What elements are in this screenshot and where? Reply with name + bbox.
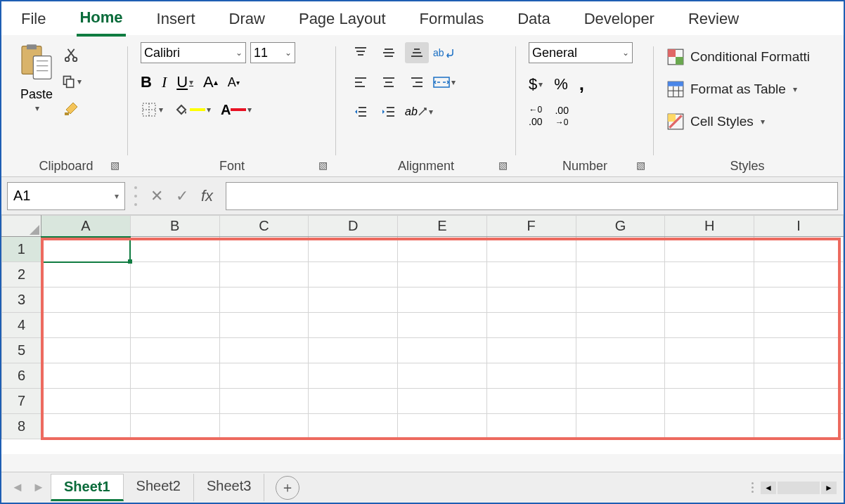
grow-font-button[interactable]: A▴ [203, 73, 218, 91]
increase-indent-button[interactable] [377, 101, 401, 122]
row-header-2[interactable]: 2 [2, 262, 41, 287]
cell-G4[interactable] [576, 313, 665, 338]
cell-E8[interactable] [398, 414, 487, 439]
insert-function-button[interactable]: fx [201, 187, 213, 205]
cell-I6[interactable] [754, 363, 844, 389]
column-header-D[interactable]: D [309, 216, 398, 237]
column-header-E[interactable]: E [398, 216, 487, 237]
font-color-button[interactable]: A▾ [221, 102, 252, 118]
horizontal-scrollbar[interactable]: ◄ ► [752, 482, 837, 494]
cell-H7[interactable] [665, 389, 754, 414]
cell-I8[interactable] [754, 414, 844, 439]
shrink-font-button[interactable]: A▾ [228, 75, 240, 90]
cell-A7[interactable] [41, 389, 131, 414]
cell-I4[interactable] [754, 313, 844, 338]
percent-format-button[interactable]: % [554, 75, 568, 93]
cell-C8[interactable] [219, 414, 309, 439]
number-launcher-icon[interactable]: ▧ [636, 160, 645, 171]
increase-decimal-button[interactable]: ←0.00 [529, 105, 542, 127]
cell-B6[interactable] [130, 363, 219, 389]
align-center-button[interactable] [377, 72, 401, 93]
clipboard-launcher-icon[interactable]: ▧ [110, 160, 120, 171]
paste-split-button[interactable]: Paste ▾ [17, 42, 56, 113]
column-header-G[interactable]: G [576, 216, 665, 237]
sheet-tab-sheet2[interactable]: Sheet2 [124, 474, 194, 501]
scroll-track[interactable] [778, 482, 820, 494]
cell-F6[interactable] [486, 363, 576, 389]
cell-D5[interactable] [309, 338, 398, 363]
cell-B3[interactable] [130, 287, 219, 313]
cut-button[interactable] [62, 45, 82, 65]
sheet-tab-sheet3[interactable]: Sheet3 [194, 474, 264, 501]
name-box[interactable]: A1 ▾ [7, 182, 125, 210]
cell-C6[interactable] [219, 363, 309, 389]
cell-C7[interactable] [219, 389, 309, 414]
cell-I1[interactable] [754, 237, 844, 262]
cell-D3[interactable] [309, 287, 398, 313]
cell-I7[interactable] [754, 389, 844, 414]
cell-I5[interactable] [754, 338, 844, 363]
row-header-8[interactable]: 8 [2, 414, 41, 439]
cell-G5[interactable] [576, 338, 665, 363]
alignment-launcher-icon[interactable]: ▧ [498, 160, 508, 171]
align-bottom-button[interactable] [405, 42, 429, 63]
cell-H4[interactable] [665, 313, 754, 338]
cell-H3[interactable] [665, 287, 754, 313]
cell-G3[interactable] [576, 287, 665, 313]
cell-B2[interactable] [130, 262, 219, 287]
cell-F8[interactable] [486, 414, 576, 439]
cell-D7[interactable] [309, 389, 398, 414]
cell-I3[interactable] [754, 287, 844, 313]
column-header-F[interactable]: F [486, 216, 576, 237]
cell-B1[interactable] [130, 237, 219, 262]
cell-F3[interactable] [486, 287, 576, 313]
format-as-table-button[interactable]: Format as Table▾ [666, 77, 797, 101]
font-name-select[interactable]: Calibri⌄ [141, 42, 246, 63]
comma-format-button[interactable]: , [579, 73, 584, 95]
cell-H2[interactable] [665, 262, 754, 287]
cell-C3[interactable] [219, 287, 309, 313]
select-all-corner[interactable] [2, 216, 41, 237]
underline-button[interactable]: U▾ [176, 73, 193, 91]
cell-C1[interactable] [219, 237, 309, 262]
tab-insert[interactable]: Insert [154, 8, 198, 35]
tab-formulas[interactable]: Formulas [417, 8, 487, 35]
cell-E4[interactable] [398, 313, 487, 338]
wrap-text-button[interactable]: ab [433, 42, 456, 63]
row-header-4[interactable]: 4 [2, 313, 41, 338]
sheet-nav-prev[interactable]: ◄ [8, 479, 27, 497]
cell-F2[interactable] [486, 262, 576, 287]
cell-B7[interactable] [130, 389, 219, 414]
cancel-formula-button[interactable]: ✕ [150, 187, 163, 205]
cell-I2[interactable] [754, 262, 844, 287]
align-middle-button[interactable] [377, 42, 401, 63]
row-header-7[interactable]: 7 [2, 389, 41, 414]
cell-H1[interactable] [665, 237, 754, 262]
bold-button[interactable]: B [141, 73, 152, 91]
tab-developer[interactable]: Developer [581, 8, 657, 35]
column-header-H[interactable]: H [665, 216, 754, 237]
cell-B5[interactable] [130, 338, 219, 363]
tab-review[interactable]: Review [685, 8, 742, 35]
column-header-B[interactable]: B [130, 216, 219, 237]
number-format-select[interactable]: General⌄ [529, 42, 633, 63]
cell-A5[interactable] [41, 338, 131, 363]
enter-formula-button[interactable]: ✓ [176, 187, 188, 205]
cell-A6[interactable] [41, 363, 131, 389]
cell-D2[interactable] [309, 262, 398, 287]
conditional-formatting-button[interactable]: Conditional Formatti [666, 45, 810, 69]
scroll-right-button[interactable]: ► [821, 482, 837, 494]
cell-G8[interactable] [576, 414, 665, 439]
tab-data[interactable]: Data [515, 8, 553, 35]
tab-draw[interactable]: Draw [226, 8, 268, 35]
cell-F7[interactable] [486, 389, 576, 414]
sheet-tab-sheet1[interactable]: Sheet1 [51, 474, 124, 501]
cell-A2[interactable] [41, 262, 131, 287]
cell-F5[interactable] [486, 338, 576, 363]
cell-A4[interactable] [41, 313, 131, 338]
add-sheet-button[interactable]: ＋ [276, 476, 299, 500]
font-size-select[interactable]: 11⌄ [250, 42, 295, 63]
scroll-left-button[interactable]: ◄ [761, 482, 776, 494]
cell-D4[interactable] [309, 313, 398, 338]
align-top-button[interactable] [349, 42, 373, 63]
